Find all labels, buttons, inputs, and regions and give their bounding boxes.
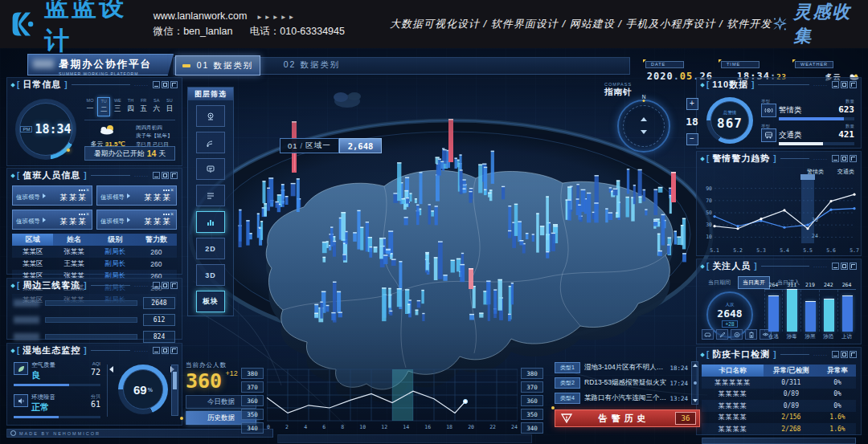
duty-leader-card[interactable]: 值班领导 × 某某某	[12, 210, 92, 230]
window-icon[interactable]	[841, 155, 848, 162]
alert-row[interactable]: 类型1 湿地3-104片区有不明人员闯入 18:24	[555, 361, 688, 374]
slider-thumb[interactable]	[173, 372, 177, 389]
table-row[interactable]: 某某某某 0/89 0%	[702, 389, 856, 401]
focus-bar-chart[interactable]: 264在逃311涉毒219涉黑242涉恐264上访	[764, 282, 856, 340]
table-row[interactable]: 某某区 王某某 副局长 260	[12, 258, 177, 270]
table-row[interactable]: 某某某某 2/156 1.6%	[702, 412, 856, 424]
expand-icon[interactable]	[850, 155, 857, 162]
layer-button-camera[interactable]	[196, 105, 225, 127]
close-icon[interactable]: ×	[86, 187, 89, 193]
compass-dial[interactable]: N	[617, 100, 670, 153]
window-icon[interactable]	[841, 351, 848, 358]
gauge-slider[interactable]	[171, 365, 178, 416]
focus-tab[interactable]: 当日期间	[703, 276, 735, 289]
flow-row[interactable]: 824	[14, 330, 175, 343]
weekday-cell[interactable]: TH 四	[125, 97, 136, 116]
expand-icon[interactable]	[850, 351, 857, 358]
minimize-icon[interactable]	[153, 282, 160, 289]
traffic-type-row[interactable]: 类型数量 交通类421	[761, 124, 854, 145]
legend-item[interactable]: 警情类	[800, 168, 824, 176]
layer-button-marker[interactable]	[196, 158, 225, 180]
col-checkpoint-name[interactable]: 卡口名称	[702, 365, 764, 377]
map-tooltip[interactable]: 01/区域一 2,648	[280, 138, 382, 153]
expand-icon[interactable]	[170, 172, 178, 179]
layer-button-2d[interactable]: 2D	[196, 238, 225, 259]
minimize-icon[interactable]	[832, 263, 839, 270]
layer-button-3d[interactable]: 3D	[196, 264, 225, 286]
window-icon[interactable]	[162, 172, 169, 179]
car-icon[interactable]	[702, 329, 714, 340]
expand-icon[interactable]	[170, 81, 178, 88]
expand-icon[interactable]	[170, 282, 178, 289]
gauge-prev-arrow[interactable]	[109, 366, 113, 373]
minimize-icon[interactable]	[832, 351, 839, 358]
expand-icon[interactable]	[850, 81, 857, 88]
weekday-cell[interactable]: SA 六	[151, 97, 162, 116]
col-region[interactable]: 区域	[12, 234, 53, 246]
minimize-icon[interactable]	[832, 81, 839, 88]
alert-row[interactable]: 类型4 某路口有小汽车连闯三个红灯 13:24	[555, 392, 688, 405]
alarm-type-row[interactable]: 类型数量 警情类623	[761, 99, 854, 120]
bar-column[interactable]: 219涉黑	[801, 282, 820, 340]
layer-button-blocks[interactable]: 板块	[196, 291, 225, 312]
window-icon[interactable]	[162, 347, 169, 354]
more-icon[interactable]	[163, 214, 165, 215]
weekday-cell[interactable]: FR 五	[138, 97, 149, 116]
weekday-cell[interactable]: WE 三	[112, 97, 123, 116]
flow-row[interactable]: 612	[14, 313, 175, 326]
expand-icon[interactable]	[170, 347, 178, 354]
window-icon[interactable]	[841, 263, 848, 270]
table-row[interactable]: 某某某某 2/268 1.6%	[702, 423, 856, 435]
tab-data-category-1[interactable]: 01 数据类别	[175, 55, 260, 75]
bar-column[interactable]: 264上访	[837, 282, 856, 340]
zoom-out-button[interactable]: −	[686, 133, 698, 145]
alert-row[interactable]: 类型2 RD13-53烟感报警疑似火灾 17:24	[555, 377, 688, 389]
layer-button-list[interactable]	[196, 185, 225, 206]
alert-scrollbar[interactable]	[691, 361, 698, 405]
minimize-icon[interactable]	[832, 155, 839, 162]
close-icon[interactable]: ×	[86, 211, 89, 217]
office-trend-chart[interactable]	[267, 368, 518, 422]
zoom-in-button[interactable]: +	[686, 98, 698, 110]
weekday-cell[interactable]: SU 日	[164, 97, 175, 116]
minimize-icon[interactable]	[153, 172, 160, 179]
inspiration-collect[interactable]: 灵感收集	[772, 0, 855, 48]
tab-data-category-2[interactable]: 02 数据类别	[270, 55, 354, 74]
battery-icon[interactable]	[745, 329, 757, 340]
minimize-icon[interactable]	[153, 347, 160, 354]
close-icon[interactable]: ×	[170, 187, 174, 193]
layer-button-radar[interactable]	[196, 132, 225, 153]
duty-leader-card[interactable]: 值班领导 × 某某某	[12, 185, 92, 206]
weekday-cell[interactable]: TU 二	[97, 97, 110, 116]
more-icon[interactable]	[79, 189, 80, 191]
website-link[interactable]: www.lanlanwork.com	[154, 10, 248, 22]
scroll-down-icon[interactable]	[693, 399, 698, 402]
more-icon[interactable]	[163, 189, 165, 191]
scroll-thumb[interactable]	[694, 381, 697, 385]
window-icon[interactable]	[162, 282, 169, 289]
duty-leader-card[interactable]: 值班领导 × 某某某	[96, 210, 177, 230]
expand-icon[interactable]	[850, 263, 857, 270]
weekday-cell[interactable]: MO 一	[84, 97, 96, 116]
bar-column[interactable]: 242涉恐	[819, 282, 837, 340]
trend-line-chart[interactable]: 90705030105.15.25.35.45.55.65.73024	[700, 174, 859, 255]
scroll-up-icon[interactable]	[693, 364, 698, 367]
target-icon[interactable]	[731, 329, 743, 340]
window-icon[interactable]	[162, 81, 169, 88]
more-icon[interactable]	[79, 214, 80, 215]
flow-row[interactable]: 2648	[14, 296, 175, 309]
alert-history-button[interactable]: 告警历史 36	[555, 409, 700, 427]
logo[interactable]: 蓝蓝设计	[11, 0, 133, 58]
table-row[interactable]: 某某某某某 0/311 0%	[702, 377, 856, 389]
layer-button-chart[interactable]	[196, 211, 225, 233]
table-row[interactable]: 某某区 张某某 副局长 260	[12, 246, 177, 258]
window-icon[interactable]	[841, 81, 848, 88]
legend-item[interactable]: 交通类	[830, 168, 854, 176]
duty-leader-card[interactable]: 值班领导 × 某某某	[96, 185, 177, 206]
bar-column[interactable]: 264在逃	[764, 282, 783, 340]
minimize-icon[interactable]	[153, 81, 160, 88]
close-icon[interactable]: ×	[170, 211, 174, 217]
bar-column[interactable]: 311涉毒	[783, 282, 801, 340]
table-row[interactable]: 某某某某 0/89 0%	[702, 400, 856, 412]
pen-icon[interactable]	[716, 329, 728, 340]
